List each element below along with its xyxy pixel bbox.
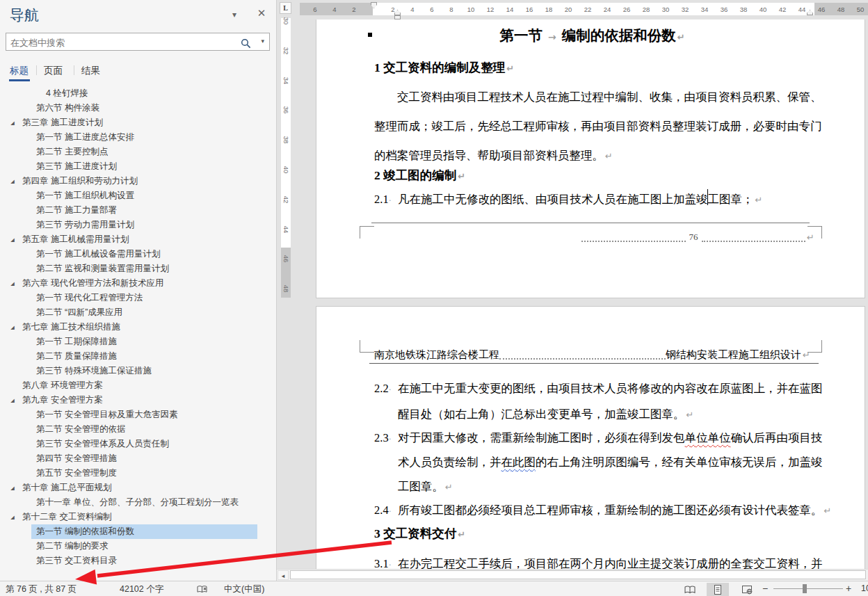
horizontal-scrollbar-thumb[interactable] — [290, 570, 866, 579]
space-mark: · — [389, 506, 392, 516]
nav-item-label: 第一节 安全管理目标及重大危害因素 — [36, 410, 177, 419]
document-page-76[interactable]: 第一节→编制的依据和份数↵ 1 交工资料的编制及整理↵ 交工资料由项目工程技术人… — [316, 19, 865, 298]
nav-item-label: 第二节 编制的要求 — [36, 541, 108, 551]
nav-item[interactable]: 4 栓钉焊接 — [0, 86, 276, 101]
space-mark: · — [389, 195, 392, 205]
ruler-number: 44 — [282, 225, 290, 233]
tab-pages[interactable]: 页面 — [44, 65, 63, 77]
search-icon[interactable] — [241, 37, 251, 49]
nav-item[interactable]: 第三节 交工资料目录 — [0, 554, 276, 568]
nav-item[interactable]: 第五节 安全管理制度 — [0, 466, 276, 481]
ruler-number: 28 — [643, 6, 650, 13]
nav-item-label: 第二节 施工力量部署 — [36, 205, 117, 215]
nav-item[interactable]: ◢ 第六章 现代化管理方法和新技术应用 — [0, 276, 276, 291]
chevron-down-icon[interactable]: ▾ — [228, 10, 241, 19]
expand-triangle-icon[interactable]: ◢ — [10, 394, 15, 407]
horizontal-ruler[interactable]: 642 246810121416182022242628303234363840… — [300, 3, 868, 15]
ruler-number: 34 — [701, 6, 709, 13]
nav-item[interactable]: ◢ 第三章 施工进度计划 — [0, 115, 276, 130]
nav-item[interactable]: 第一节 施工机械设备需用量计划 — [0, 247, 276, 261]
nav-item-label: 第四节 安全管理措施 — [36, 453, 117, 463]
list-item-2-4: 2.4·所有竣工图都必须经项目总工程师审核，重新绘制的施工图还必须有设计代表签章… — [374, 502, 831, 520]
expand-triangle-icon[interactable]: ◢ — [10, 277, 15, 290]
list-item-2-2-line-2: 醒目处（如右上角）汇总标出变更单号，加盖竣工图章。↵ — [398, 406, 693, 424]
search-input[interactable] — [9, 34, 220, 51]
nav-item[interactable]: 第十一章 单位、分部、子分部、分项工程划分一览表 — [0, 495, 276, 510]
nav-item-label: 第三节 劳动力需用量计划 — [36, 220, 134, 229]
tab-results[interactable]: 结果 — [81, 65, 100, 77]
web-layout-button[interactable] — [736, 583, 758, 596]
print-layout-button[interactable] — [707, 583, 729, 596]
language-indicator[interactable]: 中文(中国) — [224, 583, 264, 595]
nav-item[interactable]: ◢ 第十二章 交工资料编制 — [0, 510, 276, 524]
text-cursor — [707, 189, 708, 205]
nav-item[interactable]: 第二节 质量保障措施 — [0, 349, 276, 364]
expand-triangle-icon[interactable]: ◢ — [10, 233, 15, 246]
crop-mark — [360, 226, 374, 239]
nav-item[interactable]: ◢ 第五章 施工机械需用量计划 — [0, 232, 276, 247]
navigation-pane-title: 导航 — [10, 6, 39, 25]
nav-item[interactable]: 第一节 编制的依据和份数 — [0, 524, 276, 539]
expand-triangle-icon[interactable]: ◢ — [10, 116, 15, 129]
expand-triangle-icon[interactable]: ◢ — [10, 321, 15, 334]
list-item-2-3-line-3: 工图章。↵ — [398, 478, 453, 496]
nav-item[interactable]: ◢ 第十章 施工总平面规划 — [0, 481, 276, 495]
nav-item[interactable]: 第二节 编制的要求 — [0, 539, 276, 554]
ruler-number: 12 — [487, 6, 495, 13]
nav-item[interactable]: ◢ 第七章 施工技术组织措施 — [0, 320, 276, 335]
expand-triangle-icon[interactable]: ◢ — [10, 175, 15, 188]
word-count[interactable]: 42102 个字 — [120, 583, 163, 595]
nav-item[interactable]: 第二节 “四新”成果应用 — [0, 305, 276, 320]
search-box[interactable]: ▾ — [6, 33, 270, 51]
nav-item[interactable]: 第一节 施工进度总体安排 — [0, 130, 276, 145]
active-tab-underline — [9, 79, 30, 81]
nav-item-label: 第二节 质量保障措施 — [36, 351, 117, 361]
search-options-caret-icon[interactable]: ▾ — [261, 38, 264, 45]
tab-selector-button[interactable]: L — [280, 2, 291, 14]
nav-item[interactable]: 第二节 施工力量部署 — [0, 203, 276, 218]
section-title: 第一节→编制的依据和份数↵ — [374, 25, 810, 48]
nav-item[interactable]: 第四节 安全管理措施 — [0, 451, 276, 466]
nav-item[interactable]: 第三节 施工进度计划 — [0, 159, 276, 174]
ruler-number: 16 — [526, 6, 533, 13]
nav-item[interactable]: 第一节 现代化工程管理方法 — [0, 291, 276, 305]
ruler-number: 40 — [760, 6, 767, 13]
nav-item[interactable]: 第一节 安全管理目标及重大危害因素 — [0, 408, 276, 422]
nav-item[interactable]: 第六节 构件涂装 — [0, 101, 276, 115]
nav-item[interactable]: 第一节 工期保障措施 — [0, 335, 276, 349]
nav-item[interactable]: 第三节 劳动力需用量计划 — [0, 218, 276, 232]
vertical-ruler[interactable]: 30323436384042444648 — [281, 18, 291, 298]
zoom-slider-thumb[interactable] — [803, 584, 807, 593]
expand-triangle-icon[interactable]: ◢ — [10, 510, 15, 524]
zoom-in-button[interactable]: + — [846, 583, 851, 594]
nav-item[interactable]: 第二节 安全管理的依据 — [0, 422, 276, 437]
zoom-slider-track[interactable] — [773, 588, 843, 589]
nav-item-label: 第一节 施工机械设备需用量计划 — [36, 249, 160, 259]
nav-item[interactable]: 第二节 监视和测量装置需用量计划 — [0, 261, 276, 276]
expand-triangle-icon[interactable]: ◢ — [10, 481, 15, 494]
zoom-out-button[interactable]: − — [762, 583, 768, 594]
space-mark: · — [389, 385, 392, 394]
horizontal-scrollbar[interactable]: ◂ — [277, 569, 868, 581]
nav-item[interactable]: 第八章 环境管理方案 — [0, 378, 276, 393]
read-mode-button[interactable] — [679, 583, 701, 596]
nav-item[interactable]: 第三节 特殊环境施工保证措施 — [0, 364, 276, 378]
document-page-77[interactable]: 南京地铁珠江路综合楼工程 钢结构安装工程施工组织设计 ↵ 2.2·在施工中无重大… — [316, 306, 865, 570]
nav-item[interactable]: 第一节 施工组织机构设置 — [0, 188, 276, 203]
nav-item[interactable]: ◢ 第九章 安全管理方案 — [0, 393, 276, 408]
tab-headings[interactable]: 标题 — [10, 65, 29, 77]
close-icon[interactable]: ✕ — [255, 7, 268, 19]
dot-leader — [581, 233, 686, 242]
nav-item[interactable]: ◢ 第四章 施工组织和劳动力计划 — [0, 174, 276, 188]
page-indicator[interactable]: 第 76 页 , 共 87 页 — [6, 583, 77, 595]
section-title-number: 第一节 — [499, 28, 542, 43]
ruler-number: 22 — [584, 6, 592, 13]
proofing-errors-icon[interactable] — [197, 584, 208, 594]
nav-item[interactable]: 第三节 安全管理体系及人员责任制 — [0, 437, 276, 451]
scroll-left-icon[interactable]: ◂ — [278, 570, 289, 580]
pilcrow-mark: ↵ — [677, 32, 685, 42]
zoom-percentage[interactable]: 100% — [861, 583, 868, 593]
nav-item-label: 第九章 安全管理方案 — [22, 395, 103, 405]
navigation-pane: 导航 ▾ ✕ ▾ 标题 页面 结果 4 栓钉焊接 第六节 构件涂装 — [0, 0, 277, 581]
nav-item[interactable]: 第二节 主要控制点 — [0, 145, 276, 159]
